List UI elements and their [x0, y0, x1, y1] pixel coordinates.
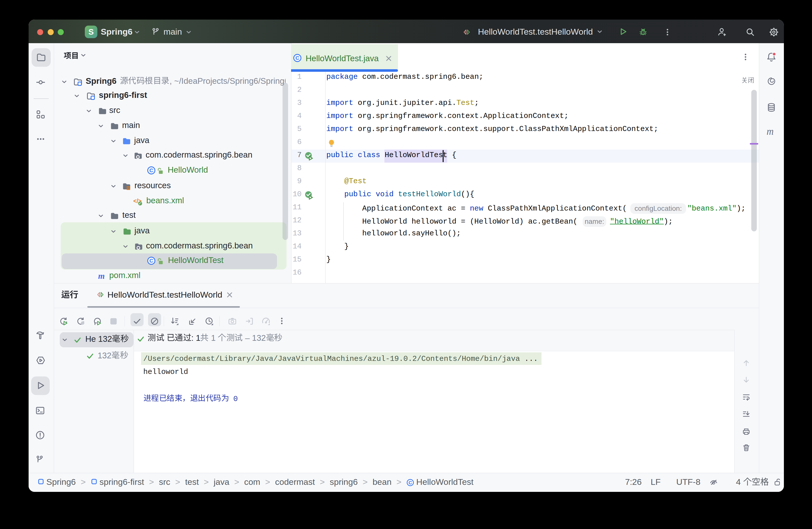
- svg-text:C: C: [408, 480, 412, 485]
- svg-text:C: C: [149, 168, 153, 173]
- svg-text:m: m: [98, 272, 104, 281]
- svg-text:C: C: [149, 258, 153, 264]
- svg-text:m: m: [766, 126, 773, 137]
- svg-text:C: C: [295, 55, 299, 60]
